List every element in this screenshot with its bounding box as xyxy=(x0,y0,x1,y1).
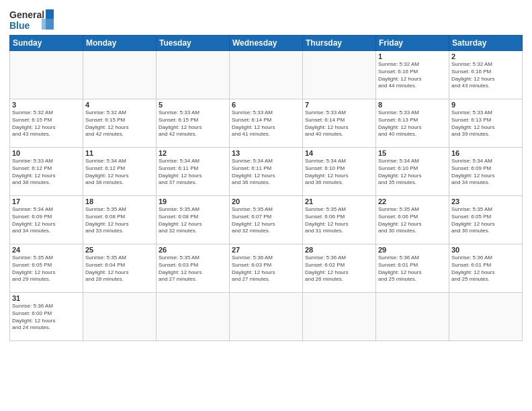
cell-sun-info: Sunrise: 5:34 AM Sunset: 6:12 PM Dayligh… xyxy=(85,158,154,187)
cell-date-number: 24 xyxy=(12,246,81,254)
calendar-cell xyxy=(303,51,376,99)
cell-sun-info: Sunrise: 5:34 AM Sunset: 6:11 PM Dayligh… xyxy=(232,158,300,187)
cell-sun-info: Sunrise: 5:33 AM Sunset: 6:14 PM Dayligh… xyxy=(232,109,300,138)
header: GeneralBlue xyxy=(9,7,523,32)
calendar-cell: 16Sunrise: 5:34 AM Sunset: 6:09 PM Dayli… xyxy=(449,148,523,196)
cell-date-number: 21 xyxy=(305,197,373,205)
cell-sun-info: Sunrise: 5:35 AM Sunset: 6:06 PM Dayligh… xyxy=(378,206,447,235)
calendar-table: SundayMondayTuesdayWednesdayThursdayFrid… xyxy=(9,35,523,341)
cell-date-number: 6 xyxy=(232,101,300,109)
calendar-cell: 5Sunrise: 5:33 AM Sunset: 6:15 PM Daylig… xyxy=(157,99,230,148)
cell-date-number: 2 xyxy=(451,52,520,60)
calendar-cell xyxy=(303,293,376,341)
weekday-header-wednesday: Wednesday xyxy=(230,36,303,51)
calendar-cell: 10Sunrise: 5:33 AM Sunset: 6:12 PM Dayli… xyxy=(10,148,83,196)
weekday-header-monday: Monday xyxy=(83,36,157,51)
calendar-cell: 14Sunrise: 5:34 AM Sunset: 6:10 PM Dayli… xyxy=(303,148,376,196)
cell-date-number: 15 xyxy=(378,149,447,157)
calendar-cell: 2Sunrise: 5:32 AM Sunset: 6:16 PM Daylig… xyxy=(449,51,523,99)
calendar-cell: 13Sunrise: 5:34 AM Sunset: 6:11 PM Dayli… xyxy=(230,148,303,196)
cell-date-number: 4 xyxy=(85,101,154,109)
cell-sun-info: Sunrise: 5:34 AM Sunset: 6:09 PM Dayligh… xyxy=(451,158,520,187)
cell-sun-info: Sunrise: 5:35 AM Sunset: 6:06 PM Dayligh… xyxy=(305,206,373,235)
cell-sun-info: Sunrise: 5:35 AM Sunset: 6:04 PM Dayligh… xyxy=(85,255,154,283)
calendar-cell xyxy=(230,293,303,341)
calendar-page: GeneralBlue SundayMondayTuesdayWednesday… xyxy=(0,0,532,411)
calendar-cell xyxy=(10,51,83,99)
cell-sun-info: Sunrise: 5:34 AM Sunset: 6:10 PM Dayligh… xyxy=(305,158,373,187)
cell-sun-info: Sunrise: 5:33 AM Sunset: 6:13 PM Dayligh… xyxy=(378,109,447,138)
calendar-cell xyxy=(83,293,157,341)
cell-date-number: 1 xyxy=(378,52,447,60)
calendar-cell: 27Sunrise: 5:36 AM Sunset: 6:03 PM Dayli… xyxy=(230,244,303,293)
calendar-week-row: 24Sunrise: 5:35 AM Sunset: 6:05 PM Dayli… xyxy=(10,244,523,293)
svg-text:General: General xyxy=(9,9,44,20)
cell-sun-info: Sunrise: 5:33 AM Sunset: 6:15 PM Dayligh… xyxy=(159,109,227,138)
cell-sun-info: Sunrise: 5:33 AM Sunset: 6:13 PM Dayligh… xyxy=(451,109,520,138)
cell-sun-info: Sunrise: 5:35 AM Sunset: 6:05 PM Dayligh… xyxy=(12,255,81,283)
cell-date-number: 16 xyxy=(451,149,520,157)
cell-date-number: 26 xyxy=(159,246,227,254)
calendar-week-row: 1Sunrise: 5:32 AM Sunset: 6:16 PM Daylig… xyxy=(10,51,523,99)
cell-date-number: 30 xyxy=(451,246,520,254)
calendar-cell: 29Sunrise: 5:36 AM Sunset: 6:01 PM Dayli… xyxy=(376,244,449,293)
calendar-cell: 19Sunrise: 5:35 AM Sunset: 6:08 PM Dayli… xyxy=(157,196,230,244)
weekday-header-row: SundayMondayTuesdayWednesdayThursdayFrid… xyxy=(10,36,523,51)
calendar-cell: 23Sunrise: 5:35 AM Sunset: 6:05 PM Dayli… xyxy=(449,196,523,244)
weekday-header-sunday: Sunday xyxy=(10,36,83,51)
cell-sun-info: Sunrise: 5:33 AM Sunset: 6:12 PM Dayligh… xyxy=(12,158,81,187)
cell-sun-info: Sunrise: 5:36 AM Sunset: 6:03 PM Dayligh… xyxy=(232,255,300,283)
cell-date-number: 5 xyxy=(159,101,227,109)
cell-date-number: 31 xyxy=(12,294,81,302)
cell-date-number: 18 xyxy=(85,197,154,205)
cell-sun-info: Sunrise: 5:35 AM Sunset: 6:05 PM Dayligh… xyxy=(451,206,520,235)
calendar-cell: 24Sunrise: 5:35 AM Sunset: 6:05 PM Dayli… xyxy=(10,244,83,293)
svg-text:Blue: Blue xyxy=(9,20,30,31)
cell-date-number: 25 xyxy=(85,246,154,254)
cell-sun-info: Sunrise: 5:32 AM Sunset: 6:15 PM Dayligh… xyxy=(12,109,81,138)
cell-sun-info: Sunrise: 5:35 AM Sunset: 6:03 PM Dayligh… xyxy=(159,255,227,283)
calendar-cell: 1Sunrise: 5:32 AM Sunset: 6:16 PM Daylig… xyxy=(376,51,449,99)
calendar-cell: 30Sunrise: 5:36 AM Sunset: 6:01 PM Dayli… xyxy=(449,244,523,293)
calendar-cell: 15Sunrise: 5:34 AM Sunset: 6:10 PM Dayli… xyxy=(376,148,449,196)
cell-date-number: 23 xyxy=(451,197,520,205)
cell-date-number: 7 xyxy=(305,101,373,109)
cell-date-number: 3 xyxy=(12,101,81,109)
calendar-cell xyxy=(157,293,230,341)
cell-sun-info: Sunrise: 5:36 AM Sunset: 6:00 PM Dayligh… xyxy=(12,303,81,332)
calendar-body: 1Sunrise: 5:32 AM Sunset: 6:16 PM Daylig… xyxy=(10,51,523,341)
calendar-header: SundayMondayTuesdayWednesdayThursdayFrid… xyxy=(10,36,523,51)
cell-sun-info: Sunrise: 5:32 AM Sunset: 6:15 PM Dayligh… xyxy=(85,109,154,138)
logo: GeneralBlue xyxy=(9,7,56,32)
cell-sun-info: Sunrise: 5:36 AM Sunset: 6:01 PM Dayligh… xyxy=(378,255,447,283)
generalblue-logo: GeneralBlue xyxy=(9,7,56,32)
calendar-cell: 20Sunrise: 5:35 AM Sunset: 6:07 PM Dayli… xyxy=(230,196,303,244)
cell-date-number: 19 xyxy=(159,197,227,205)
weekday-header-friday: Friday xyxy=(376,36,449,51)
calendar-week-row: 17Sunrise: 5:34 AM Sunset: 6:09 PM Dayli… xyxy=(10,196,523,244)
calendar-cell: 7Sunrise: 5:33 AM Sunset: 6:14 PM Daylig… xyxy=(303,99,376,148)
calendar-cell xyxy=(83,51,157,99)
calendar-cell xyxy=(376,293,449,341)
calendar-cell: 6Sunrise: 5:33 AM Sunset: 6:14 PM Daylig… xyxy=(230,99,303,148)
cell-sun-info: Sunrise: 5:34 AM Sunset: 6:10 PM Dayligh… xyxy=(378,158,447,187)
cell-sun-info: Sunrise: 5:32 AM Sunset: 6:16 PM Dayligh… xyxy=(451,61,520,90)
cell-sun-info: Sunrise: 5:35 AM Sunset: 6:08 PM Dayligh… xyxy=(85,206,154,235)
calendar-cell: 25Sunrise: 5:35 AM Sunset: 6:04 PM Dayli… xyxy=(83,244,157,293)
cell-sun-info: Sunrise: 5:32 AM Sunset: 6:16 PM Dayligh… xyxy=(378,61,447,90)
cell-sun-info: Sunrise: 5:36 AM Sunset: 6:02 PM Dayligh… xyxy=(305,255,373,283)
cell-sun-info: Sunrise: 5:35 AM Sunset: 6:08 PM Dayligh… xyxy=(159,206,227,235)
cell-date-number: 29 xyxy=(378,246,447,254)
calendar-cell xyxy=(230,51,303,99)
cell-sun-info: Sunrise: 5:35 AM Sunset: 6:07 PM Dayligh… xyxy=(232,206,300,235)
cell-date-number: 22 xyxy=(378,197,447,205)
calendar-cell: 3Sunrise: 5:32 AM Sunset: 6:15 PM Daylig… xyxy=(10,99,83,148)
calendar-cell xyxy=(449,293,523,341)
calendar-cell: 21Sunrise: 5:35 AM Sunset: 6:06 PM Dayli… xyxy=(303,196,376,244)
cell-sun-info: Sunrise: 5:36 AM Sunset: 6:01 PM Dayligh… xyxy=(451,255,520,283)
cell-date-number: 20 xyxy=(232,197,300,205)
cell-date-number: 17 xyxy=(12,197,81,205)
calendar-cell: 28Sunrise: 5:36 AM Sunset: 6:02 PM Dayli… xyxy=(303,244,376,293)
cell-date-number: 12 xyxy=(159,149,227,157)
calendar-cell: 22Sunrise: 5:35 AM Sunset: 6:06 PM Dayli… xyxy=(376,196,449,244)
